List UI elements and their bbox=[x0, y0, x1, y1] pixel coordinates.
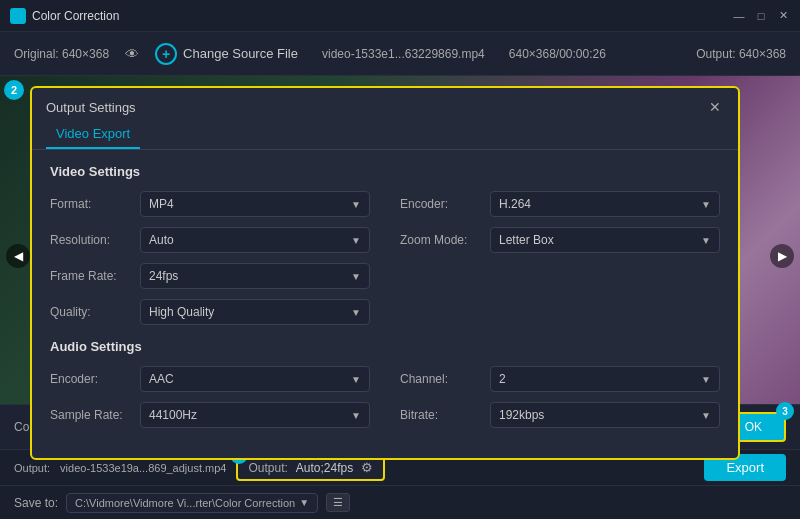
save-path-arrow: ▼ bbox=[299, 497, 309, 508]
format-row: Format: MP4 ▼ bbox=[50, 191, 370, 217]
bitrate-arrow: ▼ bbox=[701, 410, 711, 421]
audio-section-title: Audio Settings bbox=[50, 339, 720, 354]
output-file-label: Output: bbox=[14, 462, 50, 474]
add-icon: + bbox=[155, 43, 177, 65]
tab-video-export[interactable]: Video Export bbox=[46, 120, 140, 149]
maximize-button[interactable]: □ bbox=[754, 9, 768, 23]
change-source-label: Change Source File bbox=[183, 46, 298, 61]
quality-row: Quality: High Quality ▼ bbox=[50, 299, 370, 325]
audio-settings-grid: Encoder: AAC ▼ Channel: 2 ▼ bbox=[50, 366, 720, 428]
change-source-button[interactable]: + Change Source File bbox=[155, 43, 298, 65]
resolution-value: Auto bbox=[149, 233, 174, 247]
save-row: Save to: C:\Vidmore\Vidmore Vi...rter\Co… bbox=[0, 485, 800, 519]
output-file-name: video-1533e19a...869_adjust.mp4 bbox=[60, 462, 226, 474]
audio-encoder-label: Encoder: bbox=[50, 372, 130, 386]
channel-row: Channel: 2 ▼ bbox=[400, 366, 720, 392]
save-path: C:\Vidmore\Vidmore Vi...rter\Color Corre… bbox=[66, 493, 318, 513]
format-arrow: ▼ bbox=[351, 199, 361, 210]
quality-label: Quality: bbox=[50, 305, 130, 319]
sample-rate-row: Sample Rate: 44100Hz ▼ bbox=[50, 402, 370, 428]
encoder-row: Encoder: H.264 ▼ bbox=[400, 191, 720, 217]
resolution-label: Resolution: bbox=[50, 233, 130, 247]
encoder-select[interactable]: H.264 ▼ bbox=[490, 191, 720, 217]
minimize-button[interactable]: — bbox=[732, 9, 746, 23]
file-name: video-1533e1...63229869.mp4 bbox=[322, 47, 485, 61]
dialog-title: Output Settings bbox=[46, 100, 136, 115]
dialog-close-button[interactable]: ✕ bbox=[706, 98, 724, 116]
sample-rate-arrow: ▼ bbox=[351, 410, 361, 421]
audio-encoder-row: Encoder: AAC ▼ bbox=[50, 366, 370, 392]
sample-rate-select[interactable]: 44100Hz ▼ bbox=[140, 402, 370, 428]
output-box-label: Output: bbox=[248, 461, 287, 475]
output-box-value: Auto;24fps bbox=[296, 461, 353, 475]
format-value: MP4 bbox=[149, 197, 174, 211]
title-bar: Color Correction — □ ✕ bbox=[0, 0, 800, 32]
channel-value: 2 bbox=[499, 372, 506, 386]
zoom-mode-value: Letter Box bbox=[499, 233, 554, 247]
encoder-label: Encoder: bbox=[400, 197, 480, 211]
gear-icon[interactable]: ⚙ bbox=[361, 460, 373, 475]
quality-arrow: ▼ bbox=[351, 307, 361, 318]
app-icon bbox=[10, 8, 26, 24]
encoder-arrow: ▼ bbox=[701, 199, 711, 210]
close-button[interactable]: ✕ bbox=[776, 9, 790, 23]
badge-2: 2 bbox=[4, 80, 24, 100]
dialog-header: Output Settings ✕ bbox=[32, 88, 738, 120]
frame-rate-row: Frame Rate: 24fps ▼ bbox=[50, 263, 370, 289]
zoom-mode-row: Zoom Mode: Letter Box ▼ bbox=[400, 227, 720, 253]
quality-select[interactable]: High Quality ▼ bbox=[140, 299, 370, 325]
quality-value: High Quality bbox=[149, 305, 214, 319]
audio-encoder-select[interactable]: AAC ▼ bbox=[140, 366, 370, 392]
resolution-row: Resolution: Auto ▼ bbox=[50, 227, 370, 253]
format-select[interactable]: MP4 ▼ bbox=[140, 191, 370, 217]
format-label: Format: bbox=[50, 197, 130, 211]
save-path-text: C:\Vidmore\Vidmore Vi...rter\Color Corre… bbox=[75, 497, 295, 509]
audio-encoder-arrow: ▼ bbox=[351, 374, 361, 385]
output-settings-dialog: Output Settings ✕ Video Export Video Set… bbox=[30, 86, 740, 460]
file-info: 640×368/00:00:26 bbox=[509, 47, 606, 61]
dialog-tabs: Video Export bbox=[32, 120, 738, 150]
zoom-mode-arrow: ▼ bbox=[701, 235, 711, 246]
toolbar: Original: 640×368 👁 + Change Source File… bbox=[0, 32, 800, 76]
channel-arrow: ▼ bbox=[701, 374, 711, 385]
dialog-body: Video Settings Format: MP4 ▼ Encoder: bbox=[32, 150, 738, 458]
video-settings-grid: Format: MP4 ▼ Encoder: H.264 ▼ bbox=[50, 191, 720, 325]
bitrate-row: Bitrate: 192kbps ▼ bbox=[400, 402, 720, 428]
main-area: ◀ ▶ 2 Output Settings ✕ Video Export Vid… bbox=[0, 76, 800, 436]
sample-rate-label: Sample Rate: bbox=[50, 408, 130, 422]
bitrate-select[interactable]: 192kbps ▼ bbox=[490, 402, 720, 428]
channel-label: Channel: bbox=[400, 372, 480, 386]
bitrate-label: Bitrate: bbox=[400, 408, 480, 422]
zoom-mode-label: Zoom Mode: bbox=[400, 233, 480, 247]
channel-select[interactable]: 2 ▼ bbox=[490, 366, 720, 392]
audio-encoder-value: AAC bbox=[149, 372, 174, 386]
eye-icon[interactable]: 👁 bbox=[125, 46, 139, 62]
app-title: Color Correction bbox=[32, 9, 119, 23]
zoom-mode-select[interactable]: Letter Box ▼ bbox=[490, 227, 720, 253]
resolution-select[interactable]: Auto ▼ bbox=[140, 227, 370, 253]
frame-rate-select[interactable]: 24fps ▼ bbox=[140, 263, 370, 289]
video-section-title: Video Settings bbox=[50, 164, 720, 179]
dialog-overlay: 2 Output Settings ✕ Video Export Video S… bbox=[0, 76, 800, 436]
frame-rate-arrow: ▼ bbox=[351, 271, 361, 282]
output-info: Output: 640×368 bbox=[696, 47, 786, 61]
save-label: Save to: bbox=[14, 496, 58, 510]
frame-rate-value: 24fps bbox=[149, 269, 178, 283]
frame-rate-label: Frame Rate: bbox=[50, 269, 130, 283]
bitrate-value: 192kbps bbox=[499, 408, 544, 422]
encoder-value: H.264 bbox=[499, 197, 531, 211]
resolution-arrow: ▼ bbox=[351, 235, 361, 246]
original-info: Original: 640×368 bbox=[14, 47, 109, 61]
sample-rate-value: 44100Hz bbox=[149, 408, 197, 422]
window-controls: — □ ✕ bbox=[732, 9, 790, 23]
save-folder-button[interactable]: ☰ bbox=[326, 493, 350, 512]
